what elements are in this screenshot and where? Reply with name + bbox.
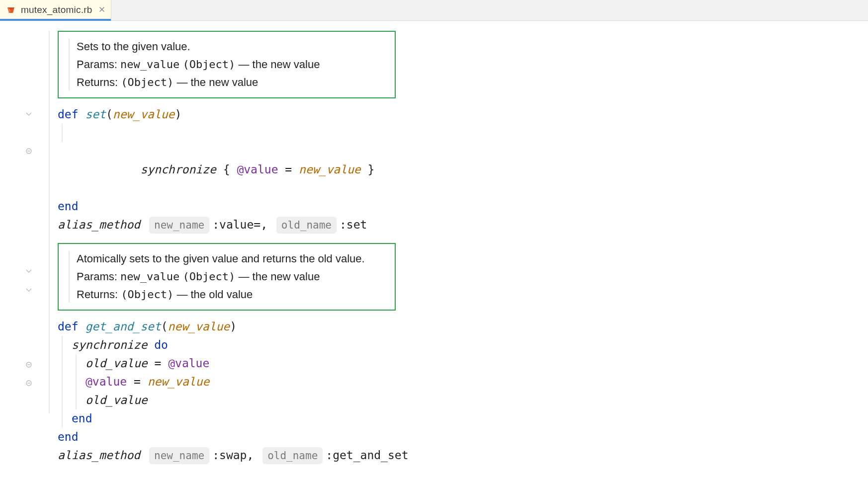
doc-returns-label: Returns: <box>77 76 118 88</box>
doc-gutter-bar <box>69 39 70 90</box>
fold-icon[interactable] <box>25 361 33 369</box>
doc-box: Atomically sets to the given value and r… <box>58 243 396 311</box>
doc-dash: — <box>176 76 187 88</box>
code-line[interactable]: def get_and_set(new_value) <box>58 318 868 336</box>
inlay-hint: new_name <box>149 217 209 234</box>
doc-params: Params: new_value (Object) — the new val… <box>77 268 380 286</box>
code-line[interactable]: @value = new_value <box>86 373 868 391</box>
symbol: :set <box>340 218 367 231</box>
indent-guide <box>49 31 50 413</box>
doc-params-label: Params: <box>77 58 117 71</box>
code-editor[interactable]: Sets to the given value. Params: new_val… <box>37 21 868 481</box>
code-line[interactable]: end <box>58 197 868 216</box>
doc-param-type: (Object) <box>182 270 235 283</box>
ident: alias_method <box>58 449 140 462</box>
symbol: :get_and_set <box>326 449 408 462</box>
editor-area: Sets to the given value. Params: new_val… <box>0 21 868 481</box>
indent-guide <box>62 336 63 428</box>
method-name: set <box>85 108 106 121</box>
doc-dash: — <box>176 288 187 301</box>
doc-params-label: Params: <box>77 270 117 283</box>
brace: } <box>368 163 375 176</box>
doc-param-desc: the new value <box>253 58 320 71</box>
indent-guide <box>62 124 63 142</box>
ident: synchronize <box>140 163 216 176</box>
keyword-def: def <box>58 108 79 121</box>
doc-dash: — <box>238 58 249 71</box>
paren: ( <box>161 320 168 333</box>
inlay-hint: new_name <box>149 447 209 464</box>
comma: , <box>247 449 254 462</box>
doc-returns-desc: the new value <box>191 76 259 88</box>
paren: ) <box>174 108 181 121</box>
editor-tab[interactable]: mutex_atomic.rb <box>0 0 111 20</box>
symbol: :value= <box>212 218 260 231</box>
keyword-def: def <box>58 320 79 333</box>
doc-returns-label: Returns: <box>77 288 118 301</box>
op: = <box>134 375 141 388</box>
close-icon[interactable] <box>99 5 105 14</box>
param: new_value <box>168 320 230 333</box>
keyword-end: end <box>58 430 79 443</box>
doc-summary: Sets to the given value. <box>77 38 380 56</box>
comma: , <box>260 218 267 231</box>
code-line[interactable]: old_value <box>86 391 868 409</box>
ident: old_value <box>86 394 148 406</box>
tab-bar: mutex_atomic.rb <box>0 0 868 21</box>
fold-icon[interactable] <box>25 267 33 275</box>
fold-icon[interactable] <box>25 286 33 294</box>
tab-filename: mutex_atomic.rb <box>21 4 92 15</box>
doc-box: Sets to the given value. Params: new_val… <box>58 31 396 98</box>
inlay-hint: old_name <box>262 447 323 464</box>
code-line[interactable]: def set(new_value) <box>58 105 868 124</box>
ruby-file-icon <box>6 5 16 15</box>
doc-returns-type: (Object) <box>121 76 174 88</box>
doc-returns: Returns: (Object) — the old value <box>77 286 380 304</box>
fold-icon[interactable] <box>25 379 33 387</box>
code-line[interactable]: alias_method new_name:value=, old_name:s… <box>58 216 868 234</box>
doc-summary: Atomically sets to the given value and r… <box>77 250 380 268</box>
ident: synchronize <box>72 338 147 351</box>
param: new_value <box>113 108 175 121</box>
code-line[interactable]: end <box>58 428 868 446</box>
paren: ( <box>106 108 113 121</box>
ivar: @value <box>237 163 278 176</box>
doc-dash: — <box>238 270 249 283</box>
ivar: @value <box>168 357 209 370</box>
param: new_value <box>148 375 210 388</box>
keyword-end: end <box>72 412 92 425</box>
fold-icon[interactable] <box>25 147 33 155</box>
code-line[interactable]: alias_method new_name:swap, old_name:get… <box>58 446 868 465</box>
ident: old_value <box>86 357 148 370</box>
doc-param-type: (Object) <box>182 58 235 71</box>
fold-icon[interactable] <box>25 110 33 118</box>
code-line[interactable]: synchronize do <box>72 336 868 354</box>
doc-returns-desc: the old value <box>191 288 253 301</box>
symbol: :swap <box>212 449 247 462</box>
code-line[interactable]: old_value = @value <box>86 354 868 373</box>
op: = <box>154 357 161 370</box>
code-line[interactable]: synchronize { @value = new_value } <box>58 124 868 197</box>
inlay-hint: old_name <box>276 217 337 234</box>
doc-params: Params: new_value (Object) — the new val… <box>77 56 380 74</box>
ivar: @value <box>86 375 127 388</box>
doc-param-name: new_value <box>120 58 179 71</box>
param: new_value <box>299 163 361 176</box>
gutter <box>0 21 37 481</box>
doc-returns: Returns: (Object) — the new value <box>77 74 380 91</box>
doc-gutter-bar <box>69 251 70 303</box>
doc-param-name: new_value <box>120 270 179 283</box>
indent-guide <box>76 354 77 409</box>
keyword-end: end <box>58 200 79 213</box>
keyword-do: do <box>154 338 168 351</box>
paren: ) <box>230 320 237 333</box>
doc-returns-type: (Object) <box>121 288 174 301</box>
code-line[interactable]: end <box>72 409 868 428</box>
doc-param-desc: the new value <box>253 270 320 283</box>
op: = <box>285 163 292 176</box>
brace: { <box>223 163 230 176</box>
ident: alias_method <box>58 218 140 231</box>
method-name: get_and_set <box>85 320 161 333</box>
